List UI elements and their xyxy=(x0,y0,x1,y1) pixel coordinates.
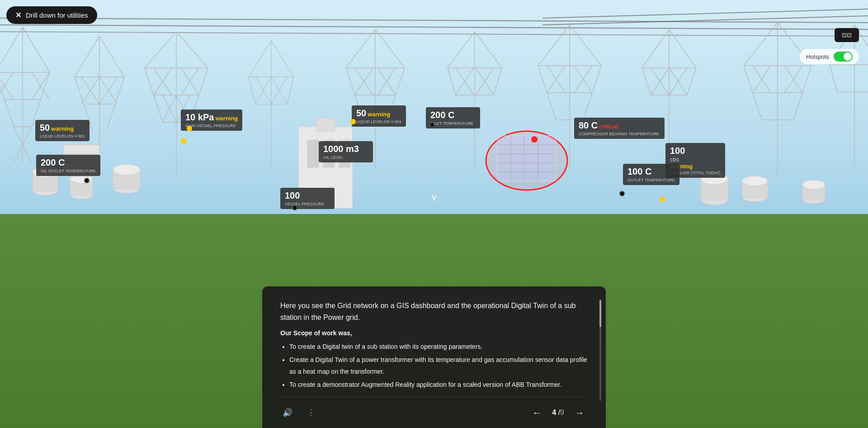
total-pages: 9 xyxy=(560,409,564,416)
info-panel-main-text: Here you see the Grid network on a GIS d… xyxy=(280,300,588,323)
dot-yellow-4 xyxy=(660,197,665,202)
card5-sublabel: VESSEL PRESSURE xyxy=(285,202,330,206)
scrollbar-thumb xyxy=(599,300,601,327)
scrollbar[interactable] xyxy=(599,300,601,401)
page-indicator: 4 /9 xyxy=(552,409,564,417)
card6-value: 50 xyxy=(356,108,366,118)
panel-controls: 🔊 ⋮ ← 4 /9 → xyxy=(280,397,588,428)
drill-down-button[interactable]: ✕ Drill down for utilities xyxy=(6,6,97,24)
hotspots-toggle[interactable] xyxy=(834,52,853,62)
prev-button[interactable]: ← xyxy=(528,404,545,421)
card2-sublabel: OIL OUTLET TEMPERATURE xyxy=(41,169,96,173)
current-page: 4 xyxy=(552,409,556,416)
dot-yellow-1 xyxy=(181,138,186,144)
hotspot-card-8[interactable]: 80 C critical COMPRESSOR BEARING TEMPERA… xyxy=(574,118,665,139)
bullet-2: Create a Digital Twin of a power transfo… xyxy=(289,354,588,377)
card9-value: 100 xyxy=(670,146,685,156)
bullet-1: To create a Digital twin of a sub statio… xyxy=(289,341,588,352)
card7-value: 200 C xyxy=(430,110,454,120)
card4-value: 1000 m3 xyxy=(323,144,359,154)
hotspots-bar: Hotspots xyxy=(800,49,859,64)
hotspots-label: Hotspots xyxy=(806,53,829,60)
dot-black-3 xyxy=(429,122,435,128)
info-panel-list: To create a Digital twin of a sub statio… xyxy=(280,341,588,390)
vr-button[interactable]: ⊡⊡ xyxy=(835,28,859,42)
card7-sublabel: INLET TEMPERATURE xyxy=(430,121,476,126)
card10-sublabel: OUTLET TEMPERATURE xyxy=(627,178,675,182)
card3-value: 10 kPa xyxy=(185,112,214,122)
card3-sublabel: MAIN VESSEL PRESSURE xyxy=(185,124,238,128)
dot-black-1 xyxy=(84,178,90,183)
left-icons: 🔊 ⋮ xyxy=(280,405,318,420)
card1-sublabel: LIQUID LEVELON V-601 xyxy=(40,134,85,138)
dot-yellow-2 xyxy=(187,126,192,131)
chevron-down[interactable]: ∨ xyxy=(431,192,438,203)
audio-button[interactable]: 🔊 xyxy=(280,405,295,420)
card3-status: warning xyxy=(215,115,238,122)
card1-status: warning xyxy=(51,125,74,132)
dot-black-4 xyxy=(619,191,625,196)
close-icon: ✕ xyxy=(15,11,21,19)
vr-icon: ⊡⊡ xyxy=(842,32,852,38)
card6-status: warning xyxy=(368,111,390,118)
hotspot-card-4[interactable]: 1000 m3 OIL LEVEL xyxy=(319,141,373,162)
hotspot-card-2[interactable]: 200 C OIL OUTLET TEMPERATURE xyxy=(36,155,100,176)
bullet-3: To create a demonstrator Augmented Reali… xyxy=(289,379,588,390)
nav-controls: ← 4 /9 → xyxy=(528,404,588,421)
dot-yellow-3 xyxy=(350,119,356,124)
card4-sublabel: OIL LEVEL xyxy=(323,155,368,160)
card10-value: 100 C xyxy=(627,166,651,176)
card2-value: 200 C xyxy=(41,157,65,167)
info-panel: Here you see the Grid network on a GIS d… xyxy=(262,286,606,428)
hotspot-card-6[interactable]: 50 warning LIQUID LEVELON V-601 xyxy=(352,105,406,127)
next-button[interactable]: → xyxy=(571,404,588,421)
hotspot-card-1[interactable]: 50 warning LIQUID LEVELON V-601 xyxy=(35,120,90,141)
card1-value: 50 xyxy=(40,123,50,133)
menu-button[interactable]: ⋮ xyxy=(304,405,318,420)
hotspot-card-5[interactable]: 100 VESSEL PRESSURE xyxy=(280,188,335,209)
card5-value: 100 xyxy=(285,190,300,200)
dot-black-2 xyxy=(292,205,297,210)
card6-sublabel: LIQUID LEVELON V-601 xyxy=(356,119,401,124)
card8-status: critical xyxy=(599,123,618,130)
info-panel-scope-heading: Our Scope of work was, xyxy=(280,329,588,337)
card8-value: 80 C xyxy=(579,120,598,130)
card8-sublabel: COMPRESSOR BEARING TEMPERATURE xyxy=(579,132,660,136)
drill-down-label: Drill down for utilities xyxy=(26,11,88,19)
hotspot-card-10[interactable]: 100 C OUTLET TEMPERATURE xyxy=(623,164,679,185)
